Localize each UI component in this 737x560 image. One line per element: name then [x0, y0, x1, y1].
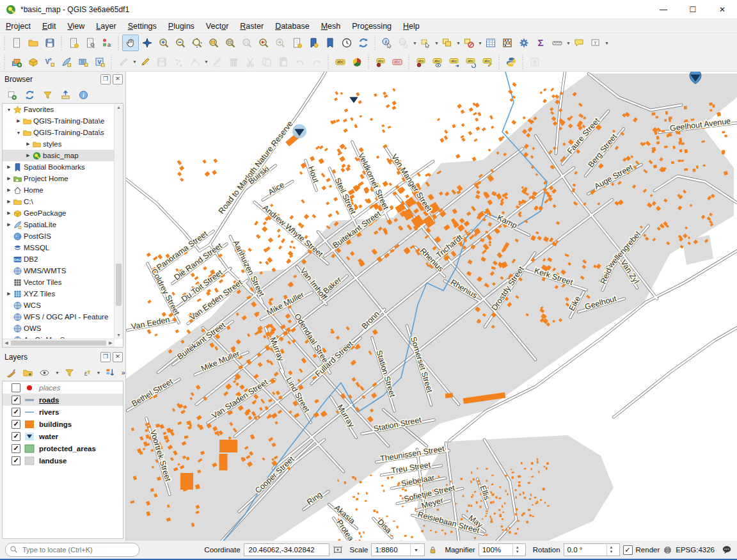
- browser-float-icon[interactable]: ❐: [100, 74, 111, 84]
- options-button[interactable]: [516, 35, 532, 51]
- expand-icon[interactable]: ▶: [5, 211, 13, 216]
- text-annotation-dropdown-icon[interactable]: ▼: [605, 41, 609, 45]
- open-layer-styling-panel-button[interactable]: [4, 365, 18, 380]
- menu-view[interactable]: View: [61, 20, 90, 32]
- epsg-value[interactable]: EPSG:4326: [676, 546, 715, 554]
- zoom-last-button[interactable]: [255, 35, 272, 51]
- open-data-source-manager-button[interactable]: [8, 54, 25, 70]
- toggle-editing-button[interactable]: [137, 54, 154, 70]
- filter-legend-by-expression-dropdown-icon[interactable]: ▼: [97, 371, 101, 375]
- zoom-full-extent-button[interactable]: [189, 35, 205, 51]
- zoom-to-selection-button[interactable]: [205, 35, 222, 51]
- layer-labeling-options-button[interactable]: abc: [332, 54, 349, 70]
- toolbar-grip[interactable]: [407, 55, 411, 69]
- new-project-button[interactable]: [8, 35, 25, 51]
- browser-item-spatial-bookmarks[interactable]: ▶Spatial Bookmarks: [3, 161, 123, 173]
- zoom-in-button[interactable]: [155, 35, 172, 51]
- measure-line-dropdown-icon[interactable]: ▼: [566, 41, 571, 45]
- layer-checkbox-roads[interactable]: ✓: [12, 396, 20, 404]
- new-temporary-scratch-layer-button[interactable]: V: [91, 54, 108, 70]
- expand-icon[interactable]: ▶: [5, 188, 13, 193]
- expand-collapse-layer-tree-button[interactable]: [104, 365, 118, 380]
- menu-database[interactable]: Database: [269, 20, 315, 32]
- coordinate-box[interactable]: [244, 543, 329, 556]
- maximize-button[interactable]: ☐: [678, 0, 708, 19]
- browser-vscrollbar[interactable]: ▲▼: [114, 104, 123, 339]
- browser-item-qgis-training-data-e[interactable]: ▶QGIS-Training-Data\e: [3, 115, 123, 127]
- expand-icon[interactable]: ▶: [5, 176, 13, 181]
- browser-item-favorites[interactable]: ▼Favorites: [3, 104, 123, 115]
- toolbar-grip[interactable]: [109, 55, 114, 69]
- browser-item-geopackage[interactable]: ▶GeoPackage: [3, 207, 123, 219]
- menu-project[interactable]: Project: [0, 20, 36, 32]
- field-calculator-button[interactable]: [499, 35, 516, 51]
- menu-mesh[interactable]: Mesh: [315, 20, 347, 32]
- save-project-button[interactable]: [42, 35, 58, 51]
- zoom-to-layer-button[interactable]: [222, 35, 239, 51]
- layer-checkbox-rivers[interactable]: ✓: [12, 408, 20, 417]
- new-spatial-bookmark-button[interactable]: [305, 35, 322, 51]
- manage-map-themes-button[interactable]: [38, 365, 52, 380]
- menu-plugins[interactable]: Plugins: [162, 20, 200, 32]
- select-features-by-value-button[interactable]: [439, 35, 456, 51]
- toolbar-grip[interactable]: [3, 55, 7, 69]
- layer-row-places[interactable]: places: [3, 381, 123, 394]
- layer-checkbox-landuse[interactable]: ✓: [12, 456, 20, 465]
- pin-unpin-labels-button[interactable]: abc: [372, 54, 389, 70]
- new-spatialite-layer-button[interactable]: [58, 54, 75, 70]
- toolbar-grip[interactable]: [521, 55, 525, 69]
- expand-icon[interactable]: ▶: [15, 118, 22, 124]
- select-features-button[interactable]: [417, 35, 434, 51]
- text-annotation-button[interactable]: T: [587, 35, 604, 51]
- menu-settings[interactable]: Settings: [122, 20, 162, 32]
- menu-layer[interactable]: Layer: [90, 20, 122, 32]
- layer-checkbox-places[interactable]: [12, 383, 20, 392]
- collapse-all-button[interactable]: [58, 87, 73, 102]
- layer-checkbox-water[interactable]: ✓: [12, 432, 20, 441]
- browser-item-wcs[interactable]: WCS: [3, 300, 123, 311]
- filter-browser-button[interactable]: [40, 87, 55, 102]
- toolbar-grip[interactable]: [3, 36, 7, 50]
- browser-close-icon[interactable]: ✕: [113, 74, 123, 84]
- toolbar-grip[interactable]: [367, 55, 371, 69]
- toolbar-grip[interactable]: [59, 36, 64, 50]
- temporal-controller-button[interactable]: [338, 35, 355, 51]
- browser-item-vector-tiles[interactable]: Vector Tiles: [3, 276, 123, 288]
- pan-map-button[interactable]: [122, 35, 139, 51]
- menu-vector[interactable]: Vector: [200, 20, 234, 32]
- select-features-by-value-dropdown-icon[interactable]: ▼: [456, 41, 461, 45]
- magnifier-spin-icons[interactable]: ▲▼: [512, 544, 522, 556]
- enable-disable-properties-widget-button[interactable]: i: [75, 87, 91, 102]
- select-features-dropdown-icon[interactable]: ▼: [434, 41, 439, 45]
- scale-caret-icon[interactable]: ▼: [410, 544, 421, 556]
- browser-item-styles[interactable]: ▶styles: [3, 138, 123, 150]
- new-map-view-button[interactable]: [289, 35, 305, 51]
- manage-map-themes-dropdown-icon[interactable]: ▼: [55, 371, 59, 375]
- refresh-browser-button[interactable]: [22, 87, 37, 102]
- show-hide-labels-button[interactable]: abc: [413, 54, 429, 70]
- rotate-label-button[interactable]: abc: [463, 54, 479, 70]
- new-print-layout-button[interactable]: [65, 35, 82, 51]
- expand-icon[interactable]: ▶: [24, 153, 32, 158]
- toolbar-overflow-icon[interactable]: »: [122, 369, 125, 376]
- change-label-properties-button[interactable]: abc: [479, 54, 496, 70]
- show-hidden-labels-button[interactable]: abc: [429, 54, 446, 70]
- highlight-pinned-labels-button[interactable]: abc: [389, 54, 406, 70]
- browser-item-ows[interactable]: OWS: [3, 323, 123, 334]
- scale-lock-icon[interactable]: [428, 545, 438, 555]
- layer-checkbox-buildings[interactable]: ✓: [12, 420, 20, 429]
- layer-row-protected_areas[interactable]: ✓protected_areas: [3, 442, 123, 454]
- browser-item-xyz-tiles[interactable]: ▶XYZ Tiles: [3, 288, 123, 300]
- crs-globe-icon[interactable]: [663, 545, 672, 555]
- statistical-summary-button[interactable]: Σ: [532, 35, 549, 51]
- open-attribute-table-button[interactable]: [482, 35, 499, 51]
- layers-close-icon[interactable]: ✕: [113, 352, 123, 362]
- locate-input[interactable]: [21, 545, 120, 554]
- toolbar-grip[interactable]: [326, 55, 331, 69]
- rotation-spin-icons[interactable]: ▲▼: [606, 544, 616, 556]
- filter-legend-button[interactable]: [62, 365, 76, 380]
- expand-icon[interactable]: ▶: [5, 222, 13, 227]
- layer-row-water[interactable]: ✓water: [3, 430, 123, 442]
- layer-row-rivers[interactable]: ✓rivers: [3, 406, 123, 418]
- layer-checkbox-protected_areas[interactable]: ✓: [12, 444, 20, 453]
